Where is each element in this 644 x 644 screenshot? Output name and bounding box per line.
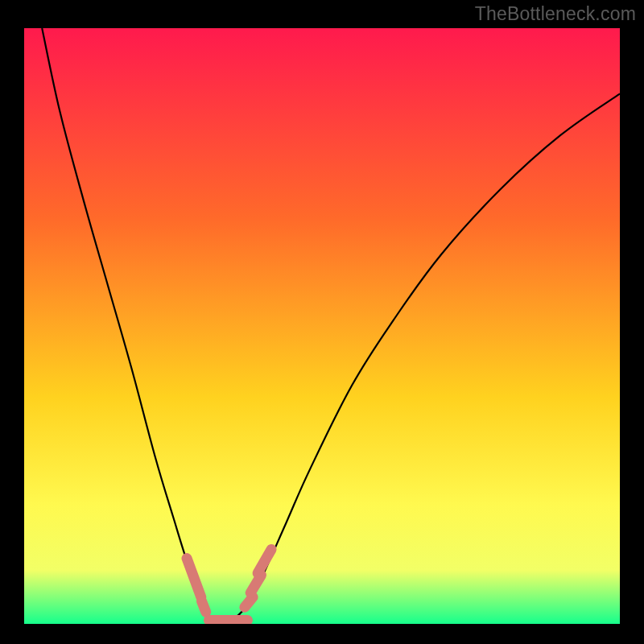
highlight-segment <box>245 597 253 608</box>
chart-frame <box>24 28 620 624</box>
gradient-background <box>24 28 620 624</box>
highlight-segment <box>202 601 206 612</box>
watermark-text: TheBottleneck.com <box>475 3 636 25</box>
bottleneck-chart <box>24 28 620 624</box>
